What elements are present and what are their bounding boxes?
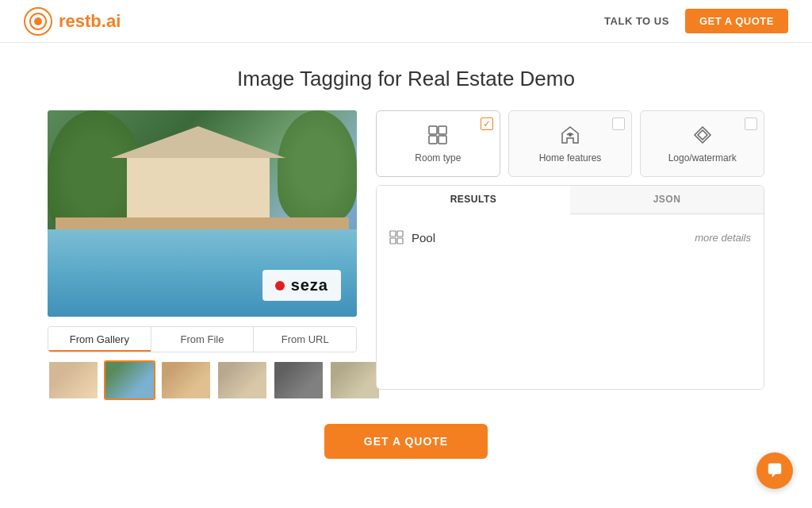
logo-watermark-icon <box>691 124 714 146</box>
image-source-tabs: From Gallery From File From URL <box>48 326 357 352</box>
thumb-img-3 <box>162 362 210 398</box>
thumbnail-5[interactable] <box>273 360 324 400</box>
bottom-cta: GET A QUOTE <box>48 424 764 475</box>
content-row: seza From Gallery From File From URL <box>48 110 764 400</box>
logo-accent: .ai <box>102 11 121 31</box>
watermark-dot <box>275 281 285 291</box>
talk-to-us-link[interactable]: TALK TO US <box>604 15 669 27</box>
header-nav: TALK TO US GET A QUOTE <box>604 9 788 33</box>
tab-results[interactable]: RESULTS <box>377 186 570 214</box>
thumb-img-1 <box>49 362 98 398</box>
header: restb.ai TALK TO US GET A QUOTE <box>0 0 812 43</box>
result-pool-label: Pool <box>412 231 435 244</box>
scene-roof <box>111 126 285 158</box>
svg-rect-9 <box>397 231 403 237</box>
svg-rect-8 <box>390 231 396 237</box>
thumbnail-strip <box>48 360 357 400</box>
scene-trees-right <box>278 110 357 221</box>
svg-rect-5 <box>429 136 437 144</box>
svg-rect-4 <box>439 126 446 134</box>
result-pool-icon <box>389 230 404 244</box>
bottom-get-quote-button[interactable]: GET A QUOTE <box>324 424 488 459</box>
thumb-img-4 <box>218 362 266 398</box>
home-features-label: Home features <box>539 152 602 164</box>
logo-watermark-checkbox[interactable] <box>745 117 757 130</box>
results-content: Pool more details <box>377 214 764 389</box>
thumbnail-6[interactable] <box>329 360 381 400</box>
left-panel: seza From Gallery From File From URL <box>48 110 357 400</box>
home-features-checkbox[interactable] <box>612 117 625 130</box>
right-panel: ✓ Room type <box>376 110 764 390</box>
watermark-overlay: seza <box>262 270 341 301</box>
thumbnail-3[interactable] <box>160 360 212 400</box>
svg-rect-10 <box>390 238 396 244</box>
thumb-img-6 <box>331 362 379 398</box>
scene-house <box>127 154 270 225</box>
svg-rect-3 <box>429 126 437 134</box>
thumbnail-1[interactable] <box>48 360 99 400</box>
logo-text: restb.ai <box>59 11 121 32</box>
tab-from-url[interactable]: From URL <box>254 327 356 352</box>
thumb-img-2 <box>105 362 154 398</box>
results-area: RESULTS JSON Pool <box>376 185 764 390</box>
category-card-room-type[interactable]: ✓ Room type <box>376 110 500 177</box>
svg-rect-11 <box>397 238 403 244</box>
category-card-home-features[interactable]: Home features <box>508 110 633 177</box>
page-title: Image Tagging for Real Estate Demo <box>48 67 764 91</box>
thumbnail-2[interactable] <box>104 360 155 400</box>
check-mark-icon: ✓ <box>483 119 491 129</box>
category-cards: ✓ Room type <box>376 110 764 177</box>
result-item-pool: Pool more details <box>389 224 751 251</box>
chat-icon <box>766 462 783 479</box>
category-card-logo-watermark[interactable]: Logo/watermark <box>640 110 764 177</box>
thumb-img-5 <box>274 362 323 398</box>
logo-watermark-label: Logo/watermark <box>668 152 737 164</box>
room-type-icon <box>427 124 449 146</box>
logo-icon <box>24 7 52 36</box>
home-features-icon <box>559 124 581 146</box>
watermark-brand: seza <box>291 276 328 294</box>
get-quote-header-button[interactable]: GET A QUOTE <box>685 9 788 33</box>
result-more-details[interactable]: more details <box>695 232 751 244</box>
result-left: Pool <box>389 230 435 244</box>
results-tabs: RESULTS JSON <box>377 186 764 214</box>
tab-from-file[interactable]: From File <box>151 327 255 352</box>
svg-point-2 <box>34 17 42 25</box>
logo: restb.ai <box>24 7 121 36</box>
svg-rect-6 <box>439 136 446 144</box>
svg-point-7 <box>569 133 572 137</box>
logo-main: restb <box>59 11 102 31</box>
main-content: Image Tagging for Real Estate Demo seza … <box>0 43 812 498</box>
tab-json[interactable]: JSON <box>570 186 764 214</box>
chat-button[interactable] <box>756 452 793 489</box>
main-image: seza <box>48 110 357 317</box>
room-type-label: Room type <box>415 152 461 164</box>
room-type-checkbox[interactable]: ✓ <box>481 117 493 130</box>
thumbnail-4[interactable] <box>216 360 268 400</box>
tab-from-gallery[interactable]: From Gallery <box>48 327 151 352</box>
